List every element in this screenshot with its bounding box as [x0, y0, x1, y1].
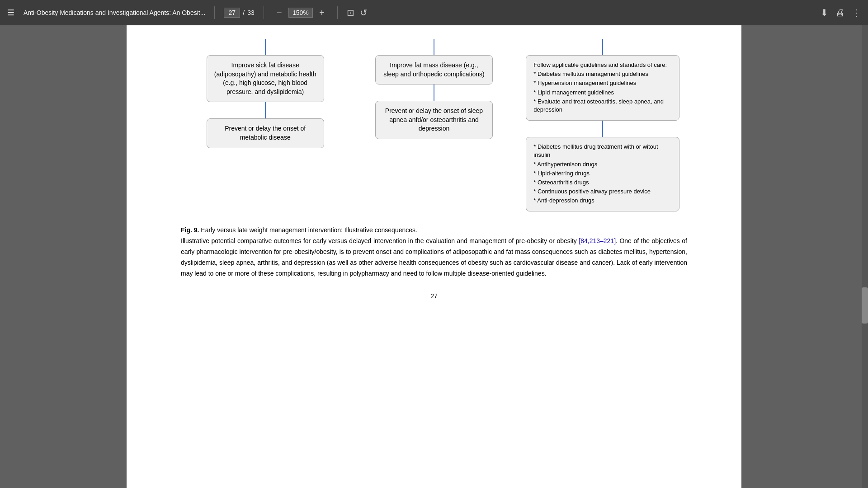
col3-bottom-line-3: * Osteoarthritis drugs: [533, 178, 672, 187]
col3-bottom-line-4: * Continuous positive airway pressure de…: [533, 188, 672, 196]
col2-top-text: Improve fat mass disease (e.g., sleep an…: [383, 61, 484, 78]
download-icon[interactable]: ⬇: [821, 7, 828, 18]
col1-top-box: Improve sick fat disease (adiposopathy) …: [207, 55, 324, 102]
col3-bottom-line-1: * Antihypertenison drugs: [533, 160, 672, 169]
zoom-in-button[interactable]: +: [316, 6, 328, 19]
col1-bottom-box: Prevent or delay the onset of metabolic …: [207, 118, 324, 148]
col2-bottom-text: Prevent or delay the onset of sleep apne…: [385, 107, 483, 132]
page-input[interactable]: [224, 8, 240, 18]
col2-top-box: Improve fat mass disease (e.g., sleep an…: [375, 55, 493, 84]
fig-label: Fig. 9.: [181, 226, 199, 234]
page-nav: / 33: [224, 8, 254, 18]
col3-bottom-line-5: * Anti-depression drugs: [533, 197, 672, 205]
print-icon[interactable]: 🖨: [835, 8, 844, 18]
col3-bottom-box: * Diabetes mellitus drug treatment with …: [526, 137, 679, 211]
fig-title: Early versus late weight management inte…: [199, 226, 417, 234]
col2-connector-top: [434, 39, 434, 55]
col3-connector-top: [602, 39, 603, 55]
col3-top-line-4: * Evaluate and treat osteoartitis, sleep…: [533, 98, 672, 114]
toolbar-separator-3: [337, 6, 338, 19]
page-separator: /: [243, 9, 245, 16]
zoom-out-button[interactable]: −: [273, 6, 286, 19]
col3-top-line-1: * Diabetes mellutus management guideline…: [533, 70, 672, 78]
col1-top-text: Improve sick fat disease (adiposopathy) …: [214, 61, 316, 95]
history-icon[interactable]: ↺: [360, 7, 368, 18]
zoom-controls: − +: [273, 6, 328, 19]
diagram-col-3: Follow applicable guidelines and standar…: [519, 39, 687, 211]
col3-top-line-2: * Hypertension management guidelines: [533, 79, 672, 87]
col2-connector-bottom: [434, 84, 434, 101]
doc-title: Anti-Obesity Medications and Investigati…: [24, 9, 205, 16]
col3-bottom-line-2: * Lipid-alterring drugs: [533, 169, 672, 178]
col1-connector-bottom: [265, 102, 266, 118]
scrollbar-thumb[interactable]: [862, 287, 868, 324]
toolbar-separator-1: [214, 6, 215, 19]
menu-icon[interactable]: ☰: [7, 8, 14, 18]
diagram-col-2: Improve fat mass disease (e.g., sleep an…: [349, 39, 518, 211]
fig-body: Illustrative potential comparative outco…: [181, 237, 687, 277]
main-content: Improve sick fat disease (adiposopathy) …: [0, 25, 868, 488]
toolbar: ☰ Anti-Obesity Medications and Investiga…: [0, 0, 868, 25]
zoom-input[interactable]: [288, 8, 313, 18]
col1-bottom-text: Prevent or delay the onset of metabolic …: [225, 125, 306, 141]
diagram-columns: Improve sick fat disease (adiposopathy) …: [181, 39, 687, 211]
col3-top-line-0: Follow applicable guidelines and standar…: [533, 61, 672, 69]
page-total: 33: [247, 9, 255, 16]
col3-connector-bottom: [602, 121, 603, 137]
more-icon[interactable]: ⋮: [852, 7, 861, 18]
col1-connector-top: [265, 39, 266, 55]
toolbar-right: ⬇ 🖨 ⋮: [821, 7, 861, 18]
fit-page-icon[interactable]: ⊡: [347, 7, 354, 18]
diagram-col-1: Improve sick fat disease (adiposopathy) …: [181, 39, 349, 211]
page-number: 27: [181, 292, 687, 300]
reference-link[interactable]: [84,213–221]: [579, 237, 616, 244]
figure-caption: Fig. 9. Early versus late weight managem…: [181, 225, 687, 279]
col3-top-box: Follow applicable guidelines and standar…: [526, 55, 679, 121]
scrollbar[interactable]: [862, 25, 868, 488]
toolbar-separator-2: [264, 6, 264, 19]
diagram: Improve sick fat disease (adiposopathy) …: [181, 39, 687, 211]
page: Improve sick fat disease (adiposopathy) …: [127, 25, 741, 488]
col2-bottom-box: Prevent or delay the onset of sleep apne…: [375, 101, 493, 139]
col3-top-line-3: * Lipid management guidelines: [533, 89, 672, 97]
col3-bottom-line-0: * Diabetes mellitus drug treatment with …: [533, 143, 672, 159]
